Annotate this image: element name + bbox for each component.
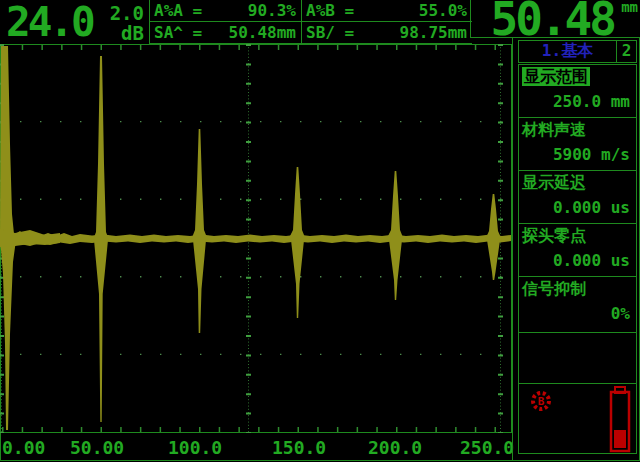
measurement-cell-sa: SA^ = 50.48mm	[150, 22, 301, 44]
gain-unit: dB	[121, 22, 144, 44]
sidebar-separator	[512, 38, 513, 461]
menu-item-empty	[518, 332, 637, 384]
screen-bottom-border	[0, 460, 640, 461]
menu-item-material-velocity[interactable]: 材料声速 5900 m/s	[518, 117, 637, 171]
battery-icon	[609, 386, 631, 453]
menu-tab-page[interactable]: 2	[616, 41, 636, 62]
measurement-cell-a-pct-b: A%B = 55.0%	[301, 0, 472, 22]
measurement-table: A%A = 90.3% A%B = 55.0% SA^ = 50.48mm SB…	[149, 0, 471, 44]
gear-icon: B	[529, 389, 553, 413]
gain-value: 24.0	[6, 0, 93, 46]
menu-item-label[interactable]: 显示延迟	[522, 173, 586, 192]
status-icon-area: B	[518, 383, 637, 454]
main-reading: 50.48 mm	[470, 0, 640, 38]
menu-item-label[interactable]: 探头零点	[522, 226, 586, 245]
menu-item-value: 0%	[522, 300, 636, 323]
menu-item-display-range[interactable]: 显示范围 250.0 mm	[518, 64, 637, 118]
ascan-svg	[0, 44, 512, 433]
measurement-label: A%A =	[154, 1, 202, 20]
measurement-value: 55.0%	[419, 1, 467, 20]
flaw-detector-screen: 24.0 2.0 dB A%A = 90.3% A%B = 55.0% SA^ …	[0, 0, 640, 462]
x-tick-label: 0.00	[2, 437, 45, 458]
svg-text:B: B	[538, 395, 545, 408]
measurement-label: SA^ =	[154, 23, 202, 42]
menu-tab-title[interactable]: 1.基本	[519, 41, 616, 62]
x-tick-label: 200.0	[368, 437, 422, 458]
measurement-value: 98.75mm	[400, 23, 467, 42]
menu-item-label[interactable]: 信号抑制	[522, 279, 586, 298]
measurement-value: 50.48mm	[229, 23, 296, 42]
battery-level	[614, 430, 626, 448]
measurement-value: 90.3%	[248, 1, 296, 20]
sidebar-menu: 显示范围 250.0 mm 材料声速 5900 m/s 显示延迟 0.000 u…	[518, 64, 637, 454]
menu-item-probe-zero[interactable]: 探头零点 0.000 us	[518, 223, 637, 277]
gain-readout: 24.0 2.0 dB	[0, 0, 149, 45]
menu-item-value: 5900 m/s	[522, 141, 636, 164]
ascan-trace	[0, 46, 511, 430]
main-reading-unit: mm	[621, 0, 638, 15]
menu-item-value: 0.000 us	[522, 247, 636, 270]
menu-item-reject[interactable]: 信号抑制 0%	[518, 276, 637, 333]
x-tick-label: 50.00	[70, 437, 124, 458]
menu-item-value: 0.000 us	[522, 194, 636, 217]
measurement-label: A%B =	[306, 1, 354, 20]
x-tick-label: 250.0	[460, 437, 514, 458]
menu-tab[interactable]: 1.基本 2	[518, 40, 637, 63]
menu-item-label[interactable]: 显示范围	[522, 67, 590, 86]
menu-item-display-delay[interactable]: 显示延迟 0.000 us	[518, 170, 637, 224]
menu-item-value: 250.0 mm	[522, 88, 636, 111]
gain-step: 2.0	[110, 2, 144, 24]
measurement-label: SB/ =	[306, 23, 354, 42]
measurement-cell-sb: SB/ = 98.75mm	[301, 22, 472, 44]
menu-item-label[interactable]: 材料声速	[522, 120, 586, 139]
measurement-cell-a-pct-a: A%A = 90.3%	[150, 0, 301, 22]
x-tick-label: 150.0	[272, 437, 326, 458]
ascan-display	[0, 44, 512, 433]
x-tick-label: 100.0	[168, 437, 222, 458]
